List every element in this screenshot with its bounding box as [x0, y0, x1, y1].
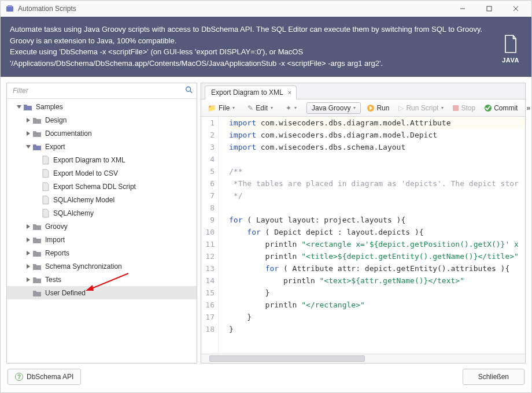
search-icon[interactable]: [185, 86, 193, 96]
folder-closed-icon: [32, 129, 42, 138]
tree-label: SQLAlchemy Model: [53, 196, 114, 204]
commit-button[interactable]: Commit: [482, 102, 520, 114]
minimize-button[interactable]: [449, 1, 476, 17]
horizontal-scrollbar[interactable]: [201, 354, 525, 363]
close-dialog-button[interactable]: Schließen: [463, 369, 524, 385]
disclosure-collapsed-icon[interactable]: [25, 117, 31, 123]
tree-item-sqlalchemy-model[interactable]: SQLAlchemy Model: [7, 193, 197, 206]
tree-label: Groovy: [45, 223, 68, 231]
titlebar: Automation Scripts: [1, 1, 531, 17]
maximize-button[interactable]: [476, 1, 503, 17]
tree-item-import[interactable]: Import: [7, 233, 197, 246]
tree-label: SQLAlchemy: [53, 209, 94, 217]
close-window-button[interactable]: [503, 1, 529, 17]
tree-label: Samples: [36, 103, 63, 111]
svg-rect-0: [6, 6, 13, 12]
filter-input[interactable]: [7, 83, 197, 98]
svg-marker-17: [27, 264, 30, 269]
code-area[interactable]: import com.wisecoders.dbs.diagram.model.…: [219, 117, 525, 354]
folder-closed-icon: [32, 289, 42, 297]
code-editor[interactable]: 123456789101112131415161718 import com.w…: [201, 117, 525, 354]
disclosure-expanded-icon[interactable]: [16, 104, 22, 110]
code-line[interactable]: }: [229, 287, 525, 299]
tree-item-export[interactable]: Export: [7, 140, 197, 153]
folder-open-icon: [23, 103, 32, 111]
close-tab-icon[interactable]: ×: [288, 89, 291, 96]
chevron-down-icon: ▾: [353, 105, 356, 110]
disclosure-collapsed-icon[interactable]: [25, 250, 31, 256]
tree-item-tests[interactable]: Tests: [7, 273, 197, 286]
editor-tab-title: Export Diagram to XML: [211, 88, 283, 97]
banner-line1: Automate tasks using Java Groovy scripts…: [10, 25, 482, 45]
chevron-down-icon: ▾: [232, 105, 235, 110]
tree-item-sqlalchemy[interactable]: SQLAlchemy: [7, 206, 197, 220]
svg-marker-10: [17, 105, 21, 109]
folder-closed-icon: [32, 223, 42, 231]
language-selector[interactable]: Java Groovy▾: [306, 102, 361, 114]
file-menu[interactable]: 📁File▾: [205, 102, 238, 114]
java-badge: JAVA: [499, 34, 522, 65]
tree-label: User Defined: [45, 289, 86, 297]
code-line[interactable]: */: [229, 190, 525, 202]
run-button[interactable]: Run: [364, 102, 392, 114]
folder-closed-icon: [32, 276, 42, 284]
code-line[interactable]: [229, 153, 525, 165]
code-line[interactable]: for ( Attribute attr: depict.getEntity()…: [229, 262, 525, 275]
code-line[interactable]: for ( Layout layout: project.layouts ){: [229, 214, 525, 226]
wand-button[interactable]: ✦▾: [283, 103, 300, 113]
disclosure-collapsed-icon[interactable]: [25, 264, 31, 269]
code-line[interactable]: }: [229, 311, 525, 323]
info-banner: Automate tasks using Java Groovy scripts…: [1, 17, 531, 77]
editor-toolbar: 📁File▾ ✎Edit▾ ✦▾ Java Groovy▾ Run ▷Run S…: [201, 99, 525, 117]
code-line[interactable]: /**: [229, 165, 525, 177]
banner-line2: Execute using 'DbSchema -x <scriptFile>'…: [10, 47, 383, 68]
code-line[interactable]: for ( Depict depict : layout.depicts ){: [229, 226, 525, 238]
chevron-down-icon: ▾: [441, 105, 444, 110]
chevron-down-icon: ▾: [271, 105, 273, 110]
disclosure-collapsed-icon[interactable]: [25, 131, 31, 136]
tree-item-design[interactable]: Design: [7, 113, 197, 127]
tree-item-export-schema-ddl-script[interactable]: Export Schema DDL Script: [7, 180, 197, 193]
file-icon: [42, 195, 50, 205]
dbschema-api-button[interactable]: ? DbSchema API: [8, 369, 81, 385]
svg-marker-13: [26, 145, 31, 149]
disclosure-collapsed-icon[interactable]: [25, 224, 31, 229]
file-icon: [42, 155, 50, 165]
code-line[interactable]: [229, 202, 525, 214]
code-line[interactable]: println "<rectangle x='${depict.getPosit…: [229, 238, 525, 250]
code-line[interactable]: import com.wisecoders.dbs.schema.Layout: [229, 141, 525, 153]
tree-item-samples[interactable]: Samples: [7, 100, 197, 113]
code-line[interactable]: println "<text>${attr.getName()}</text>": [229, 275, 525, 287]
check-icon: [485, 105, 492, 112]
window-title: Automation Scripts: [18, 5, 449, 13]
tree-item-schema-synchronization[interactable]: Schema Synchronization: [7, 259, 197, 273]
disclosure-collapsed-icon[interactable]: [25, 237, 31, 243]
tree-label: Reports: [45, 249, 69, 257]
code-line[interactable]: println "<title>${depict.getEntity().get…: [229, 250, 525, 262]
stop-button[interactable]: Stop: [450, 102, 478, 114]
code-line[interactable]: }: [229, 323, 525, 335]
tree-item-documentation[interactable]: Documentation: [7, 127, 197, 140]
editor-tab[interactable]: Export Diagram to XML ×: [205, 86, 297, 99]
code-line[interactable]: import com.wisecoders.dbs.diagram.model.…: [229, 129, 525, 141]
tree-item-export-model-to-csv[interactable]: Export Model to CSV: [7, 166, 197, 180]
toolbar-overflow[interactable]: »: [524, 104, 532, 112]
edit-menu[interactable]: ✎Edit▾: [245, 102, 276, 114]
play-icon: [367, 105, 374, 112]
script-tree[interactable]: SamplesDesignDocumentationExportExport D…: [7, 99, 197, 363]
file-icon: [42, 169, 50, 178]
disclosure-collapsed-icon[interactable]: [25, 277, 31, 283]
tree-item-export-diagram-to-xml[interactable]: Export Diagram to XML: [7, 153, 197, 166]
code-line[interactable]: import com.wisecoders.dbs.diagram.model.…: [229, 117, 525, 129]
code-line[interactable]: println "</rectangle>": [229, 299, 525, 311]
tree-item-groovy[interactable]: Groovy: [7, 220, 197, 233]
disclosure-expanded-icon[interactable]: [25, 144, 31, 150]
scrollbar-thumb[interactable]: [209, 355, 365, 362]
tree-item-user-defined[interactable]: User Defined: [7, 286, 197, 299]
code-line[interactable]: *The tables are placed in diagram as 'de…: [229, 177, 525, 190]
automation-scripts-window: Automation Scripts Automate tasks using …: [0, 0, 532, 393]
folder-open-icon: [32, 143, 42, 151]
folder-closed-icon: [32, 116, 42, 124]
tree-item-reports[interactable]: Reports: [7, 246, 197, 259]
run-script-button[interactable]: ▷Run Script▾: [396, 102, 446, 114]
